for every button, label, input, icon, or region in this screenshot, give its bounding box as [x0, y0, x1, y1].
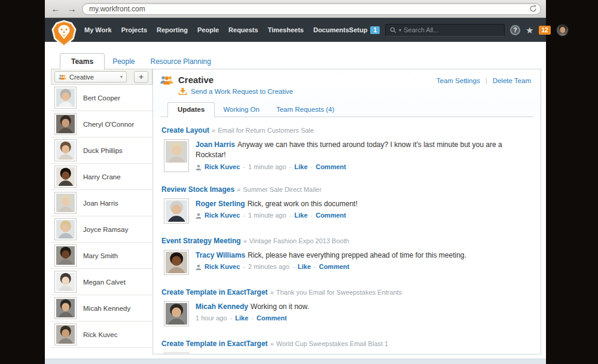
member-avatar: [54, 271, 77, 293]
tab-teams[interactable]: Teams: [60, 53, 105, 69]
author-link[interactable]: Roger Sterling: [196, 200, 245, 208]
team-settings-link[interactable]: Team Settings: [437, 77, 480, 84]
tagged-user-link[interactable]: Rick Kuvec: [205, 163, 240, 172]
user-avatar[interactable]: [556, 24, 569, 36]
update-title: Create Template in ExactTarget»World Cup…: [153, 338, 541, 351]
add-team-button[interactable]: +: [134, 71, 148, 83]
member-row[interactable]: Megan Calvet: [51, 269, 152, 295]
notifications-badge[interactable]: 12: [539, 26, 550, 35]
nav-menu-item[interactable]: My Work: [84, 26, 112, 33]
search-icon: [390, 27, 396, 33]
search-input[interactable]: [404, 26, 500, 33]
tab-working-on[interactable]: Working On: [215, 103, 268, 117]
reload-icon[interactable]: [529, 5, 537, 13]
nav-menu-item[interactable]: Requests: [228, 26, 258, 33]
setup-link[interactable]: Setup 1: [349, 26, 380, 34]
send-work-request-link[interactable]: Send a Work Request to Creative: [191, 88, 293, 95]
author-link[interactable]: Tracy Williams: [196, 251, 245, 259]
nav-menu-item[interactable]: Projects: [121, 26, 147, 33]
bottom-bar: [45, 359, 546, 364]
member-row[interactable]: Harry Crane: [51, 164, 152, 190]
browser-window: ← → My Work: [45, 0, 546, 364]
search-scope-caret-icon[interactable]: ▾: [399, 27, 401, 33]
url-input[interactable]: [82, 3, 541, 15]
team-selector-dropdown[interactable]: Creative ▾: [54, 71, 127, 82]
like-link[interactable]: Like: [235, 314, 248, 323]
team-panel: Creative Team Settings | Delete Team Sen…: [152, 69, 541, 354]
team-tabs: Updates Working On Team Requests (4): [160, 102, 533, 117]
update-item: Event Strategy Meeting»Vintage Fashion E…: [153, 230, 541, 281]
tagged-user-link[interactable]: Rick Kuvec: [205, 262, 240, 272]
group-icon: [59, 74, 66, 80]
update-title: Event Strategy Meeting»Vintage Fashion E…: [153, 235, 541, 249]
desktop-background: ← → My Work: [0, 0, 598, 364]
comment-avatar: [164, 353, 189, 354]
task-link[interactable]: Create Template in ExactTarget: [161, 339, 268, 348]
team-header: Creative Team Settings | Delete Team Sen…: [153, 69, 541, 117]
nav-menu-item[interactable]: Timesheets: [268, 26, 304, 33]
comment-avatar: [164, 198, 189, 224]
tab-people[interactable]: People: [105, 54, 142, 69]
help-icon[interactable]: ?: [510, 25, 520, 35]
member-name: Cheryl O'Connor: [83, 121, 134, 128]
tab-updates[interactable]: Updates: [167, 102, 215, 117]
tab-team-requests[interactable]: Team Requests (4): [268, 103, 343, 117]
comment-meta: Rick Kuvec - 1 minute ago - Like - Comme…: [196, 211, 358, 221]
send-request-icon: [178, 87, 187, 96]
author-link[interactable]: Micah Kennedy: [196, 302, 248, 311]
person-icon: [196, 213, 202, 219]
app-navbar: My Work Projects Reporting People Reques…: [45, 18, 546, 42]
member-row[interactable]: Joan Harris: [51, 190, 152, 216]
task-link[interactable]: Review Stock Images: [161, 185, 234, 194]
task-link[interactable]: Event Strategy Meeting: [161, 237, 241, 245]
delete-team-link[interactable]: Delete Team: [493, 77, 531, 84]
team-group-icon: [160, 75, 173, 85]
raquo-separator: »: [212, 127, 215, 134]
raquo-separator: »: [237, 186, 240, 193]
comment-link[interactable]: Comment: [319, 262, 349, 272]
setup-label: Setup: [349, 26, 368, 33]
author-link[interactable]: Tracy Williams: [196, 354, 245, 354]
project-name: Email for Return Customers Sale: [218, 127, 314, 134]
member-row[interactable]: Joyce Ramsay: [51, 216, 152, 243]
member-row[interactable]: Bert Cooper: [51, 85, 152, 111]
member-avatar: [54, 244, 77, 267]
comment-link[interactable]: Comment: [316, 163, 346, 172]
comment-avatar: [164, 139, 189, 172]
comment-link[interactable]: Comment: [316, 211, 346, 221]
member-row[interactable]: Rick Kuvec: [51, 322, 152, 348]
nav-menu-item[interactable]: Documents: [313, 26, 349, 33]
like-link[interactable]: Like: [294, 211, 307, 221]
member-avatar: [54, 192, 77, 214]
author-link[interactable]: Joan Harris: [196, 140, 235, 149]
member-name: Joan Harris: [83, 200, 118, 207]
nav-menu-item[interactable]: People: [197, 26, 219, 33]
member-name: Duck Phillips: [83, 147, 123, 154]
member-avatar: [54, 166, 77, 188]
comment-link[interactable]: Comment: [257, 314, 287, 323]
member-row[interactable]: Duck Phillips: [51, 137, 152, 164]
task-link[interactable]: Create Layout: [161, 126, 209, 134]
update-title: Create Layout»Email for Return Customers…: [153, 125, 541, 138]
member-row[interactable]: Cheryl O'Connor: [51, 111, 152, 137]
like-link[interactable]: Like: [294, 163, 307, 172]
like-link[interactable]: Like: [298, 262, 311, 272]
comment-meta: Rick Kuvec - 1 minute ago - Like - Comme…: [196, 163, 532, 172]
member-row[interactable]: Mary Smith: [51, 243, 152, 269]
project-name: Vintage Fashion Expo 2013 Booth: [249, 237, 349, 244]
comment-message: Working on it now.: [251, 302, 309, 311]
tab-resource-planning[interactable]: Resource Planning: [143, 54, 219, 69]
person-icon: [196, 264, 202, 270]
task-link[interactable]: Create Template in ExactTarget: [161, 288, 268, 296]
comment-row: Joan HarrisAnyway we can have this turne…: [153, 138, 541, 173]
back-button[interactable]: ←: [50, 3, 62, 15]
tagged-user-link[interactable]: Rick Kuvec: [205, 211, 240, 221]
team-picker-row: Creative ▾ +: [51, 69, 152, 85]
workfront-logo-icon[interactable]: [51, 20, 77, 47]
favorites-star-icon[interactable]: ★: [526, 25, 533, 35]
selected-team-label: Creative: [69, 74, 117, 81]
nav-menu-item[interactable]: Reporting: [157, 26, 188, 33]
comment-avatar: [164, 250, 189, 275]
member-row[interactable]: Micah Kennedy: [51, 295, 152, 322]
forward-button[interactable]: →: [66, 3, 78, 15]
